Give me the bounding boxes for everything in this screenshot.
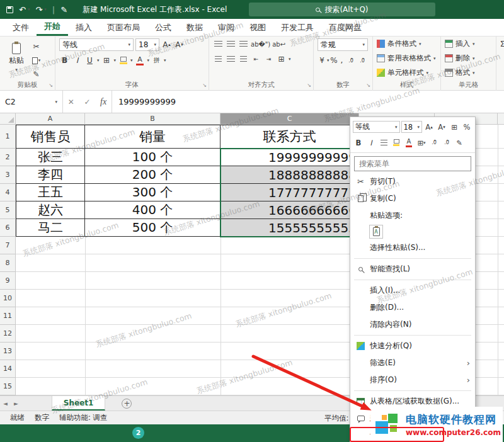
insert-function-icon[interactable]: fx — [100, 97, 106, 107]
tab-home[interactable]: 开始 — [37, 19, 68, 36]
clipboard-dialog-launcher[interactable]: ↘ — [49, 82, 53, 88]
align-top-icon[interactable] — [213, 38, 224, 50]
row-header[interactable]: 1 — [0, 125, 16, 149]
accounting-format-icon[interactable]: ¥ — [318, 55, 326, 66]
orientation-icon[interactable]: ab�") — [251, 38, 270, 50]
number-dialog-launcher[interactable]: ↘ — [366, 82, 370, 88]
align-bottom-icon[interactable] — [238, 38, 249, 50]
menu-item-paste-special[interactable]: 选择性粘贴(S)... — [350, 239, 475, 256]
mini-percent-icon[interactable]: % — [461, 122, 472, 133]
percent-style-icon[interactable]: % — [330, 55, 338, 66]
comma-style-icon[interactable]: , — [339, 55, 345, 66]
menu-item-copy[interactable]: 复制(C) — [350, 190, 475, 207]
menu-item-filter[interactable]: 筛选(E) › — [350, 354, 475, 371]
fill-color-icon[interactable] — [118, 55, 129, 66]
cell-b3[interactable]: 200 个 — [85, 166, 220, 184]
format-cells-button[interactable]: 格式▾ — [441, 65, 496, 80]
select-all-corner[interactable] — [0, 113, 16, 125]
mini-bold-button[interactable]: B — [353, 137, 364, 149]
menu-item-quick-analysis[interactable]: 快速分析(Q) — [350, 337, 475, 354]
font-color-caret-icon[interactable]: ▾ — [147, 58, 150, 63]
enter-icon[interactable]: ✓ — [84, 98, 90, 106]
tab-view[interactable]: 视图 — [242, 19, 273, 36]
tab-file[interactable]: 文件 — [5, 19, 37, 36]
cell-c4[interactable]: 17777777777 — [220, 184, 359, 201]
mini-font-color-icon[interactable]: A — [403, 137, 415, 149]
formula-input[interactable]: 19999999999 — [112, 91, 504, 113]
align-left-icon[interactable] — [213, 54, 224, 65]
format-as-table-button[interactable]: 套用表格格式▾ — [373, 51, 440, 65]
mini-increase-font-icon[interactable]: A▴ — [423, 122, 435, 133]
decrease-font-icon[interactable]: A▾ — [174, 39, 185, 50]
cancel-icon[interactable]: ✕ — [68, 98, 74, 106]
delete-cells-button[interactable]: 删除▾ — [441, 51, 496, 65]
cut-icon[interactable]: ✂ — [31, 41, 42, 52]
mini-merge-icon[interactable]: ⊞▾ — [416, 137, 427, 149]
undo-caret-icon[interactable]: ▾ — [28, 7, 30, 12]
name-box[interactable]: C2 ▾ — [0, 91, 63, 113]
align-center-icon[interactable] — [226, 54, 236, 65]
row-header[interactable]: 2 — [0, 149, 16, 166]
save-icon[interactable] — [6, 6, 13, 13]
alignment-dialog-launcher[interactable]: ↘ — [307, 82, 311, 88]
decrease-indent-icon[interactable]: ⇤ — [251, 54, 261, 65]
tab-baidu-netdisk[interactable]: 百度网盘 — [321, 19, 369, 36]
cell-styles-button[interactable]: 单元格样式▾ — [373, 65, 440, 80]
redo-icon[interactable]: ↷ — [35, 5, 42, 14]
tab-data[interactable]: 数据 — [179, 19, 210, 36]
column-header-c[interactable]: C — [220, 113, 359, 125]
row-header[interactable]: 10 — [0, 290, 16, 307]
row-header[interactable]: 4 — [0, 184, 16, 201]
merge-caret-icon[interactable]: ▾ — [289, 57, 291, 62]
autosum-icon[interactable]: Σ — [497, 38, 504, 50]
font-color-icon[interactable]: A — [135, 55, 146, 66]
cell-c5[interactable]: 16666666666 — [220, 201, 359, 219]
phonetic-caret-icon[interactable]: ▾ — [164, 58, 166, 63]
number-format-combo[interactable]: 常规▾ — [318, 38, 368, 51]
underline-caret-icon[interactable]: ▾ — [97, 58, 100, 63]
cell-b4[interactable]: 300 个 — [85, 184, 220, 201]
tab-formulas[interactable]: 公式 — [147, 19, 179, 36]
align-middle-icon[interactable] — [226, 38, 236, 50]
mini-font-name-combo[interactable]: 等线▾ — [353, 121, 400, 133]
menu-item-delete[interactable]: 删除(D)... — [350, 299, 475, 316]
sheet-nav-right-icon[interactable]: ► — [11, 396, 21, 411]
increase-decimal-icon[interactable]: .0⃖ — [346, 55, 357, 66]
row-header[interactable]: 14 — [0, 360, 16, 378]
row-header[interactable]: 3 — [0, 166, 16, 184]
column-header-b[interactable]: B — [85, 113, 220, 125]
font-size-combo[interactable]: 18▾ — [135, 38, 159, 51]
search-box[interactable]: 搜索(Alt+Q) — [249, 3, 435, 16]
tab-insert[interactable]: 插入 — [68, 19, 100, 36]
sheet-tab-sheet1[interactable]: Sheet1 — [52, 396, 106, 411]
cell-a1[interactable]: 销售员 — [16, 125, 85, 149]
mini-borders-icon[interactable]: ⊞ — [449, 122, 460, 133]
cell-a3[interactable]: 李四 — [16, 166, 85, 184]
mini-italic-button[interactable]: I — [365, 137, 377, 149]
cell-a4[interactable]: 王五 — [16, 184, 85, 201]
wrap-text-icon[interactable]: ab↩ — [272, 38, 285, 50]
row-header[interactable]: 9 — [0, 272, 16, 290]
font-dialog-launcher[interactable]: ↘ — [202, 82, 207, 88]
italic-button[interactable]: I — [72, 55, 83, 66]
cell-c2-active[interactable]: 19999999999 — [220, 149, 359, 166]
format-painter-button[interactable]: ✎ — [31, 69, 42, 80]
mini-decrease-font-icon[interactable]: A▾ — [436, 122, 447, 133]
mini-align-icon[interactable] — [378, 137, 389, 149]
paste-button[interactable]: 粘贴 ▾ — [4, 38, 29, 76]
add-sheet-button[interactable]: + — [122, 399, 132, 409]
menu-item-insert[interactable]: 插入(I)... — [350, 282, 475, 299]
menu-item-clear-contents[interactable]: 清除内容(N) — [350, 316, 475, 333]
cell-b1[interactable]: 销量 — [85, 125, 220, 149]
borders-icon[interactable]: ⊞ — [101, 55, 112, 66]
row-header[interactable]: 5 — [0, 201, 16, 219]
tab-review[interactable]: 审阅 — [210, 19, 242, 36]
mini-font-size-combo[interactable]: 18▾ — [401, 121, 422, 133]
increase-indent-icon[interactable]: ⇥ — [263, 54, 274, 65]
mini-format-painter-icon[interactable]: ✎ — [454, 137, 465, 149]
undo-icon[interactable]: ↶ — [19, 5, 26, 14]
menu-item-sort[interactable]: 排序(O) › — [350, 371, 475, 388]
column-header-a[interactable]: A — [16, 113, 85, 125]
conditional-format-button[interactable]: 条件格式▾ — [373, 37, 440, 51]
paste-keep-source-button[interactable]: A — [369, 225, 383, 239]
